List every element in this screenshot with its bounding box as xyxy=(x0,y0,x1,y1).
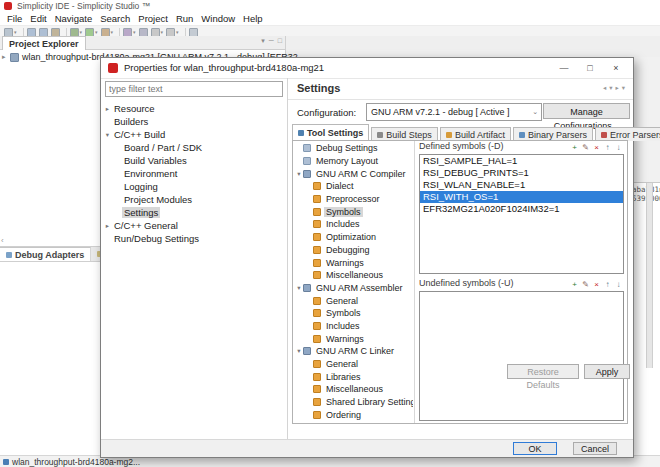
symbol-item-rsi-wlan-enable-1[interactable]: RSI_WLAN_ENABLE=1 xyxy=(420,179,623,191)
configuration-select[interactable]: GNU ARM v7.2.1 - debug [ Active ] ⌄ xyxy=(366,103,542,121)
move-up-icon[interactable]: ↑ xyxy=(603,142,612,153)
collapse-icon[interactable]: ▾ xyxy=(295,170,303,178)
tree-item-run-debug-settings[interactable]: Run/Debug Settings xyxy=(101,232,287,245)
edit-icon[interactable]: ✎ xyxy=(581,279,590,290)
dialog-footer: OK Cancel xyxy=(101,439,633,457)
back-icon[interactable]: ◂ xyxy=(603,84,606,92)
symbol-item-rsi-sample-hal-1[interactable]: RSI_SAMPLE_HAL=1 xyxy=(420,155,623,167)
minimize-icon[interactable]: — xyxy=(551,58,577,78)
maximize-icon[interactable]: □ xyxy=(278,37,282,45)
tree-item-debug-settings[interactable]: Debug Settings xyxy=(293,142,413,155)
menu-help[interactable]: Help xyxy=(239,13,267,24)
back-menu-icon[interactable]: ▾ xyxy=(609,84,612,92)
tree-item-general[interactable]: General xyxy=(293,294,413,307)
maximize-icon[interactable]: □ xyxy=(577,58,603,78)
tree-item-resource[interactable]: ▸Resource xyxy=(101,102,287,115)
dialog-titlebar[interactable]: Properties for wlan_throughput-brd4180a-… xyxy=(101,58,633,79)
tab-binary-parsers[interactable]: Binary Parsers xyxy=(513,127,593,141)
symbol-item-rsi-debug-prints-1[interactable]: RSI_DEBUG_PRINTS=1 xyxy=(420,167,623,179)
scroll-left-icon[interactable]: ‹ xyxy=(1,236,4,245)
forward-menu-icon[interactable]: ▾ xyxy=(622,84,625,92)
tree-item-build-variables[interactable]: Build Variables xyxy=(101,154,287,167)
delete-icon[interactable]: × xyxy=(592,142,601,153)
tree-item-logging[interactable]: Logging xyxy=(101,180,287,193)
tree-item-ordering[interactable]: Ordering xyxy=(293,408,413,421)
tool-tree-divider[interactable] xyxy=(414,141,415,423)
tree-item-warnings[interactable]: Warnings xyxy=(293,332,413,345)
collapse-icon[interactable]: ▾ xyxy=(103,131,112,139)
symbol-item-efr32mg21a020f1024im32-1[interactable]: EFR32MG21A020F1024IM32=1 xyxy=(420,203,623,215)
view-menu-icon[interactable]: ▾ xyxy=(261,37,265,45)
delete-icon[interactable]: × xyxy=(592,279,601,290)
tab-project-explorer[interactable]: Project Explorer xyxy=(2,36,86,50)
undefined-symbols-list[interactable] xyxy=(419,291,624,421)
manage-configurations-button[interactable]: Manage Configurations... xyxy=(543,103,630,119)
defined-symbols-list[interactable]: RSI_SAMPLE_HAL=1RSI_DEBUG_PRINTS=1RSI_WL… xyxy=(419,154,624,274)
tree-item-includes[interactable]: Includes xyxy=(293,320,413,333)
menu-run[interactable]: Run xyxy=(172,13,197,24)
symbol-item-rsi-with-os-1[interactable]: RSI_WITH_OS=1 xyxy=(420,191,623,203)
tree-item-board-part-sdk[interactable]: Board / Part / SDK xyxy=(101,141,287,154)
tab-tool-settings[interactable]: Tool Settings xyxy=(292,124,369,141)
tab-debug-adapters[interactable]: Debug Adapters xyxy=(0,247,91,261)
tree-item-gnu-arm-c-linker[interactable]: ▾GNU ARM C Linker xyxy=(293,345,413,358)
add-icon[interactable]: + xyxy=(570,279,579,290)
tree-item-dialect[interactable]: Dialect xyxy=(293,180,413,193)
tree-item-optimization[interactable]: Optimization xyxy=(293,231,413,244)
tree-item-c-c-general[interactable]: ▸C/C++ General xyxy=(101,219,287,232)
tree-item-c-c-build[interactable]: ▾C/C++ Build xyxy=(101,128,287,141)
menu-file[interactable]: File xyxy=(3,13,26,24)
forward-icon[interactable]: ▸ xyxy=(615,84,618,92)
move-up-icon[interactable]: ↑ xyxy=(603,279,612,290)
close-icon[interactable]: × xyxy=(603,58,629,78)
restore-defaults-button[interactable]: Restore Defaults xyxy=(507,364,579,379)
apply-button[interactable]: Apply xyxy=(584,364,630,379)
tab-build-steps[interactable]: Build Steps xyxy=(371,127,438,141)
menu-project[interactable]: Project xyxy=(134,13,172,24)
tree-item-label: Shared Library Settings xyxy=(324,397,413,407)
leaf-icon xyxy=(313,373,321,381)
move-down-icon[interactable]: ↓ xyxy=(614,279,623,290)
leaf-icon xyxy=(313,297,321,305)
collapse-icon[interactable]: ▾ xyxy=(295,347,303,355)
expand-icon[interactable]: ▸ xyxy=(2,53,10,61)
tree-item-libraries[interactable]: Libraries xyxy=(293,370,413,383)
tree-item-settings[interactable]: Settings xyxy=(101,206,287,219)
edit-icon[interactable]: ✎ xyxy=(581,142,590,153)
menu-navigate[interactable]: Navigate xyxy=(51,13,97,24)
tree-item-label: Settings xyxy=(122,207,160,218)
chevron-down-icon: ▾ xyxy=(161,29,164,35)
tree-item-debugging[interactable]: Debugging xyxy=(293,244,413,257)
editor-scrollbar[interactable] xyxy=(646,183,653,368)
tree-item-memory-layout[interactable]: Memory Layout xyxy=(293,155,413,168)
tree-item-preprocessor[interactable]: Preprocessor xyxy=(293,193,413,206)
tree-item-shared-library-settings[interactable]: Shared Library Settings xyxy=(293,396,413,409)
menu-search[interactable]: Search xyxy=(96,13,134,24)
tree-item-gnu-arm-assembler[interactable]: ▾GNU ARM Assembler xyxy=(293,282,413,295)
expand-icon[interactable]: ▸ xyxy=(103,105,112,113)
ok-button[interactable]: OK xyxy=(513,442,557,455)
menu-window[interactable]: Window xyxy=(197,13,239,24)
tree-item-gnu-arm-c-compiler[interactable]: ▾GNU ARM C Compiler xyxy=(293,167,413,180)
cancel-button[interactable]: Cancel xyxy=(573,442,617,455)
menu-edit[interactable]: Edit xyxy=(26,13,50,24)
expand-icon[interactable]: ▸ xyxy=(103,222,112,230)
tree-item-builders[interactable]: Builders xyxy=(101,115,287,128)
tab-build-artifact[interactable]: Build Artifact xyxy=(440,127,511,141)
add-icon[interactable]: + xyxy=(570,142,579,153)
tab-error-parsers[interactable]: Error Parsers xyxy=(595,127,660,141)
tree-item-environment[interactable]: Environment xyxy=(101,167,287,180)
tree-item-label: Resource xyxy=(112,103,157,114)
tree-item-symbols[interactable]: Symbols xyxy=(293,205,413,218)
tree-item-project-modules[interactable]: Project Modules xyxy=(101,193,287,206)
minimize-icon[interactable]: ─ xyxy=(269,37,274,45)
tree-item-symbols[interactable]: Symbols xyxy=(293,307,413,320)
tree-item-warnings[interactable]: Warnings xyxy=(293,256,413,269)
tree-item-miscellaneous[interactable]: Miscellaneous xyxy=(293,269,413,282)
collapse-icon[interactable]: ▾ xyxy=(295,284,303,292)
filter-input[interactable] xyxy=(105,81,283,97)
tree-item-general[interactable]: General xyxy=(293,358,413,371)
tree-item-miscellaneous[interactable]: Miscellaneous xyxy=(293,383,413,396)
tree-item-includes[interactable]: Includes xyxy=(293,218,413,231)
move-down-icon[interactable]: ↓ xyxy=(614,142,623,153)
